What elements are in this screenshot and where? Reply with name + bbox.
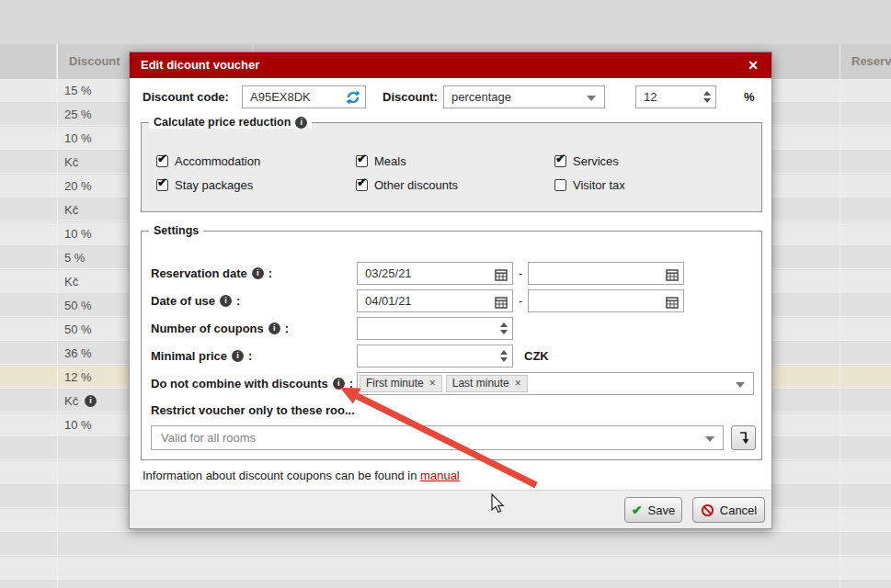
discount-code-label: Discount code: (143, 85, 229, 108)
save-button[interactable]: ✔ Save (624, 497, 682, 523)
checkbox-box[interactable]: ✔ (356, 155, 368, 167)
close-icon[interactable]: ✕ (744, 52, 762, 78)
discount-type-value: percentage (451, 90, 511, 104)
checkbox-meals[interactable]: ✔Meals (356, 153, 554, 169)
discount-cell: 10 % (64, 127, 92, 150)
rooms-select-value: Valid for all rooms (161, 431, 256, 445)
colon: : (285, 317, 289, 340)
checkbox-label: Accommodation (175, 154, 260, 168)
check-icon: ✔ (157, 152, 167, 165)
checkbox-box[interactable] (554, 179, 566, 191)
move-down-button[interactable] (731, 425, 756, 450)
discount-code-input[interactable]: A95EX8DK (242, 85, 366, 108)
edit-discount-voucher-dialog: Edit dicount voucher ✕ Discount code: A9… (129, 51, 772, 529)
reservation-date-to-input[interactable] (528, 262, 684, 285)
column-header-reservation[interactable]: Reserva (840, 44, 891, 79)
checkbox-label: Visitor tax (573, 178, 625, 192)
label-text: Number of coupons (151, 317, 264, 340)
checkbox-label: Stay packages (175, 178, 253, 192)
checkbox-box[interactable]: ✔ (156, 179, 168, 191)
prohibition-icon (701, 503, 714, 517)
calendar-icon[interactable] (495, 266, 508, 288)
info-icon[interactable]: i (252, 267, 264, 279)
table-row[interactable] (0, 581, 891, 588)
check-icon: ✔ (357, 175, 367, 189)
refresh-icon[interactable] (346, 90, 360, 111)
tag-label: First minute (366, 376, 424, 391)
save-label: Save (648, 503, 676, 517)
number-stepper[interactable] (496, 346, 511, 366)
number-of-coupons-input[interactable] (357, 317, 513, 340)
do-not-combine-multiselect[interactable]: First minute×Last minute× (357, 372, 754, 395)
rooms-select[interactable]: Valid for all rooms (151, 425, 724, 450)
checkbox-stay-packages[interactable]: ✔Stay packages (156, 176, 356, 193)
restrict-rooms-label: Restrict voucher only to these roo... (151, 401, 355, 420)
discount-tag: Last minute× (446, 375, 528, 392)
checkbox-visitor-tax[interactable]: Visitor tax (554, 176, 753, 193)
discount-cell: Kč (64, 151, 78, 174)
check-icon: ✔ (357, 152, 367, 165)
settings-fieldset: Settings Reservation date i : 03/25/21 -… (141, 231, 762, 460)
label-text: Reservation date (151, 262, 247, 285)
tag-remove-icon[interactable]: × (515, 376, 521, 391)
minimal-price-label: Minimal price i : (151, 345, 252, 368)
manual-link[interactable]: manual (420, 469, 460, 482)
discount-cell: 5 % (64, 246, 85, 269)
label-text: Date of use (151, 289, 215, 312)
discount-cell: 10 % (64, 413, 92, 436)
discount-amount-input[interactable]: 12 (635, 85, 716, 108)
discount-cell: Kč (64, 270, 78, 293)
table-row[interactable] (0, 533, 891, 556)
table-row[interactable] (0, 557, 891, 580)
percent-unit-label: % (744, 85, 755, 108)
do-not-combine-label: Do not combine with discounts i : (151, 372, 353, 395)
number-stepper[interactable] (496, 319, 511, 338)
checkbox-services[interactable]: ✔Services (554, 153, 753, 169)
checkbox-box[interactable]: ✔ (156, 155, 168, 167)
date-of-use-label: Date of use i : (151, 289, 240, 312)
info-icon[interactable]: i (85, 395, 97, 407)
discount-type-select[interactable]: percentage (443, 85, 605, 108)
cancel-button[interactable]: Cancel (692, 497, 765, 523)
column-divider (57, 44, 58, 588)
date-of-use-to-input[interactable] (528, 289, 684, 312)
checkbox-label: Meals (374, 154, 406, 168)
info-icon[interactable]: i (268, 322, 280, 334)
number-stepper[interactable] (699, 87, 714, 107)
discount-cell: 20 % (64, 175, 92, 198)
calendar-icon[interactable] (666, 294, 679, 315)
info-icon[interactable]: i (333, 378, 345, 390)
checkbox-grid: ✔Accommodation✔Meals✔Services✔Stay packa… (156, 153, 753, 193)
price-reduction-legend: Calculate price reduction i (149, 116, 312, 129)
info-icon[interactable]: i (220, 295, 232, 307)
reservation-date-from-input[interactable]: 03/25/21 (357, 262, 513, 285)
discount-cell: 12 % (64, 366, 92, 389)
manual-info-line: Information about discount coupons can b… (143, 468, 460, 484)
chevron-down-icon (587, 96, 596, 101)
date-of-use-from-input[interactable]: 04/01/21 (357, 289, 513, 312)
calendar-icon[interactable] (495, 294, 508, 315)
checkbox-other-discounts[interactable]: ✔Other discounts (356, 176, 554, 193)
info-icon[interactable]: i (295, 117, 307, 129)
discount-label: Discount: (383, 85, 438, 108)
selected-discounts: First minute×Last minute× (360, 375, 528, 392)
minimal-price-input[interactable] (357, 345, 513, 368)
settings-legend: Settings (149, 224, 203, 237)
colon: : (248, 345, 252, 368)
info-icon[interactable]: i (232, 350, 244, 362)
info-text: Information about discount coupons can b… (143, 469, 420, 482)
calendar-icon[interactable] (666, 266, 679, 288)
discount-code-value: A95EX8DK (250, 90, 311, 104)
discount-cell: 25 % (64, 103, 92, 126)
tag-remove-icon[interactable]: × (429, 376, 436, 391)
legend-text: Calculate price reduction (154, 116, 291, 129)
checkbox-accommodation[interactable]: ✔Accommodation (156, 153, 356, 169)
dialog-titlebar: Edit dicount voucher ✕ (130, 52, 771, 78)
label-text: Minimal price (151, 345, 227, 368)
legend-text: Settings (154, 224, 199, 237)
checkbox-box[interactable]: ✔ (356, 179, 368, 191)
checkbox-box[interactable]: ✔ (554, 155, 566, 167)
discount-cell: 10 % (64, 222, 92, 245)
checkbox-label: Other discounts (374, 178, 458, 192)
discount-cell: Kč (64, 198, 78, 221)
